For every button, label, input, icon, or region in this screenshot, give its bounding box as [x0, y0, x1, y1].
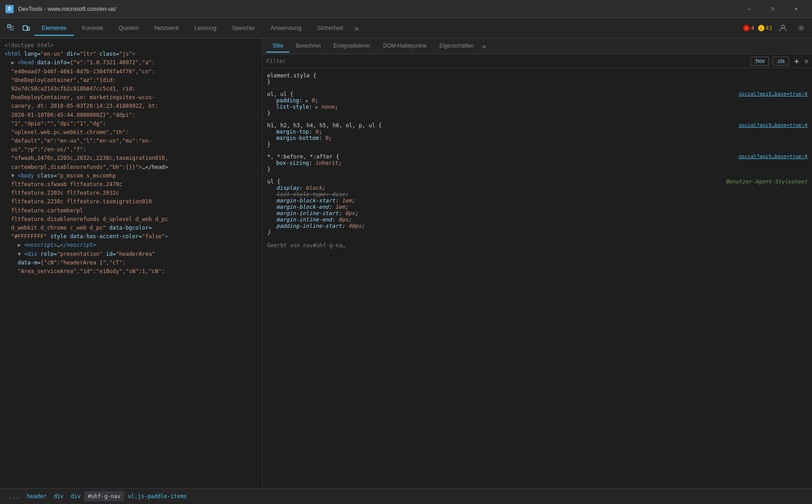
css-property: padding-inline-start: 40px;	[276, 223, 807, 229]
badge-area: ✕ 4 ⚠ 43	[743, 21, 808, 35]
css-property: margin-block-start: 1em;	[276, 197, 807, 204]
html-line[interactable]: ▶ <head data-info={"v":"1.0.7321.40972",…	[0, 58, 262, 67]
html-line: fltfeature.2238c fltfeature.tasmigration…	[0, 197, 262, 206]
css-rule-ul-ua: ul { Benutzer-Agent-Stylesheet display: …	[263, 176, 812, 239]
style-filter-bar: :hov .cls + ≡	[263, 54, 812, 68]
tab-leistung[interactable]: Leistung	[187, 21, 224, 36]
user-agent-label: Benutzer-Agent-Stylesheet	[726, 178, 807, 185]
tab-elemente[interactable]: Elemente	[34, 21, 74, 36]
window-controls: — ❐ ✕	[739, 2, 807, 16]
html-tree-panel[interactable]: <!doctype html> <html lang="en-us" dir="…	[0, 38, 263, 488]
more-style-tabs-button[interactable]: »	[480, 39, 488, 53]
svg-rect-0	[8, 25, 10, 28]
inspect-element-button[interactable]	[4, 21, 18, 35]
hov-button[interactable]: :hov	[750, 57, 769, 66]
css-selector: *, *:before, *:after {	[267, 154, 339, 160]
css-closing-brace: }	[267, 229, 807, 235]
css-selector: h1, h2, h3, h4, h5, h6, ol, p, ul {	[267, 122, 382, 129]
styles-panel: Stile Berechnet Ereignislistener DOM-Hal…	[263, 38, 812, 488]
css-rules-area[interactable]: element.style { } ol, ul { social?apiV…b…	[263, 68, 812, 488]
breadcrumb: ... header div div #uhf-g-nav ul.js-padd…	[0, 488, 812, 504]
tab-sicherheit[interactable]: Sicherheit	[310, 21, 351, 36]
html-line[interactable]: ▼ <body class="p_mscom s_mscomhp	[0, 172, 262, 180]
user-button[interactable]	[776, 21, 790, 35]
breadcrumb-item-div1[interactable]: div	[50, 491, 67, 501]
warn-badge[interactable]: ⚠ 43	[758, 25, 772, 31]
maximize-button[interactable]: ❐	[762, 2, 783, 16]
css-property: margin-inline-end: 0px;	[276, 216, 807, 223]
tab-speicher[interactable]: Speicher	[225, 21, 262, 36]
cls-button[interactable]: .cls	[773, 57, 789, 66]
css-closing-brace: }	[267, 141, 807, 148]
css-property: margin-bottom: 0;	[276, 135, 807, 141]
html-line: fltfeature.sfwaab fltfeature.2470c	[0, 180, 262, 189]
tab-quellen[interactable]: Quellen	[111, 21, 146, 36]
css-closing-brace: }	[267, 110, 807, 116]
html-line: "OneDeployContainer","az":"{did:	[0, 76, 262, 85]
more-filter-button[interactable]: ≡	[805, 58, 808, 65]
html-line: data-m={"cN":"headerArea 1","cT":	[0, 259, 262, 267]
add-style-button[interactable]: +	[793, 56, 801, 66]
style-tab-berechnet[interactable]: Berechnet	[289, 40, 327, 53]
css-source-link[interactable]: social?apiV…base=true:4	[739, 91, 807, 97]
html-line: cartemberpl,disablenorefunds","bh":{}}">…	[0, 163, 262, 172]
minimize-button[interactable]: —	[739, 2, 759, 16]
css-selector: ul {	[267, 178, 280, 185]
tab-netzwerk[interactable]: Netzwerk	[147, 21, 186, 36]
css-selector: ol, ul {	[267, 91, 293, 97]
html-line: "uplevel.web.pc.webkit.chrome","th":	[0, 128, 262, 137]
style-tabs: Stile Berechnet Ereignislistener DOM-Hal…	[263, 38, 812, 54]
html-line: 92e7dc58ca2143cfb2c818b047cc5cd1, rid:	[0, 85, 262, 93]
html-line: "default","m":"en-us","l":"en-us","mu":"…	[0, 137, 262, 145]
breadcrumb-item-ul[interactable]: ul.js-paddle-items	[124, 491, 190, 501]
css-source-link[interactable]: social?apiV…base=true:4	[739, 154, 807, 160]
breadcrumb-item-uhf-g-nav[interactable]: #uhf-g-nav	[84, 491, 124, 501]
svg-point-4	[800, 27, 802, 29]
device-toggle-button[interactable]	[19, 21, 34, 35]
html-line: fltfeature.disablenorefunds d_uplevel d_…	[0, 215, 262, 224]
html-line: "#FFFFFFFF" style data-has-accent-color=…	[0, 232, 262, 241]
html-line: "1","dpio":"","dpi":"1","dg":	[0, 120, 262, 128]
html-line[interactable]: ▶ <noscript>…</noscript>	[0, 241, 262, 250]
css-rule-universal: *, *:before, *:after { social?apiV…base=…	[263, 151, 812, 176]
html-line: "sfwaab,2470c,2203c,2032c,2238c,tasmigra…	[0, 154, 262, 163]
css-property: list-style-type: disc;	[276, 191, 807, 197]
css-rule-ol-ul: ol, ul { social?apiV…base=true:4 padding…	[263, 88, 812, 120]
breadcrumb-item-div2[interactable]: div	[67, 491, 84, 501]
breadcrumb-item-header[interactable]: header	[23, 491, 50, 501]
settings-button[interactable]	[794, 21, 808, 35]
close-button[interactable]: ✕	[786, 2, 807, 16]
css-property: box-sizing: inherit;	[276, 160, 807, 166]
breadcrumb-dots[interactable]: ...	[5, 491, 23, 502]
error-icon: ✕	[743, 25, 750, 31]
html-line: 2020-01-18T06:45:44.0000000Z}","ddpi":	[0, 111, 262, 120]
html-line: "e40eaad7-b46f-4661-8d7b-1304f87a4f76","…	[0, 67, 262, 76]
css-property: margin-top: 0;	[276, 129, 807, 135]
style-tab-ereignis[interactable]: Ereignislistener	[327, 40, 377, 53]
more-tabs-button[interactable]: »	[351, 20, 362, 37]
html-line[interactable]: <html lang="en-us" dir="ltr" class="js">	[0, 50, 262, 58]
css-property: padding: ▶ 0;	[276, 97, 807, 104]
tab-anwendung[interactable]: Anwendung	[263, 21, 309, 36]
style-tab-stile[interactable]: Stile	[266, 40, 289, 53]
css-source-link[interactable]: social?apiV…base=true:4	[739, 122, 807, 129]
html-line: <!doctype html>	[0, 41, 262, 50]
tab-bar: Elemente Konsole Quellen Netzwerk Leistu…	[0, 18, 812, 38]
css-selector: element.style {	[267, 72, 807, 79]
window-title: DevTools - www.microsoft.com/en-us/	[18, 5, 734, 12]
main-content: <!doctype html> <html lang="en-us" dir="…	[0, 38, 812, 488]
error-badge[interactable]: ✕ 4	[743, 25, 754, 31]
html-line: us","rp":"/en-us/","f":	[0, 145, 262, 154]
style-tab-eigenschaften[interactable]: Eigenschaften	[433, 40, 480, 53]
css-property: display: block;	[276, 185, 807, 191]
html-line[interactable]: ▼ <div role="presentation" id="headerAre…	[0, 250, 262, 259]
html-line: fltfeature.2203c fltfeature.2032c	[0, 189, 262, 197]
html-line: canary, dt: 2018-05-03T20:14:23.4188992Z…	[0, 102, 262, 110]
style-tab-dom[interactable]: DOM-Haltepunkte	[377, 40, 433, 53]
svg-rect-1	[23, 26, 27, 30]
tab-konsole[interactable]: Konsole	[75, 21, 111, 36]
html-line: fltfeature.cartemberpl	[0, 206, 262, 215]
style-filter-input[interactable]	[266, 58, 747, 64]
css-rule-element-style: element.style { }	[263, 70, 812, 88]
title-bar: D DevTools - www.microsoft.com/en-us/ — …	[0, 0, 812, 18]
